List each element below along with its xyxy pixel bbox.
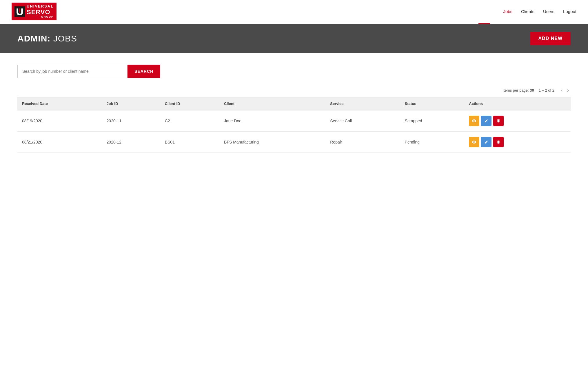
trash-icon [496,140,500,144]
logo-servo: SERVO [27,9,54,16]
pencil-icon [484,119,488,123]
eye-icon [472,140,476,144]
table-row: 08/21/2020 2020-12 BS01 BFS Manufacturin… [17,132,571,153]
action-buttons [469,137,566,147]
cell-client-id: C2 [160,110,219,132]
table-header: Received Date Job ID Client ID Client Se… [17,97,571,110]
nav-active-indicator [478,23,490,24]
cell-actions [464,132,571,153]
pagination-range: 1 – 2 of 2 [539,88,554,92]
cell-client: BFS Manufacturing [219,132,325,153]
page-header: ADMIN: JOBS ADD NEW [0,24,588,53]
col-client-id: Client ID [160,97,219,110]
edit-button[interactable] [481,137,491,147]
search-button[interactable]: SEARCH [128,65,160,78]
cell-service: Service Call [325,110,400,132]
col-received-date: Received Date [17,97,102,110]
action-buttons [469,116,566,126]
page-title: ADMIN: JOBS [17,34,77,43]
nav-item-logout[interactable]: Logout [563,9,576,14]
nav-item-clients[interactable]: Clients [521,9,534,14]
logo-text: UNIVERSAL SERVO GROUP [27,4,54,18]
page-title-prefix: ADMIN: [17,34,50,43]
col-job-id: Job ID [102,97,160,110]
search-row: SEARCH [17,65,571,78]
cell-actions [464,110,571,132]
search-input[interactable] [17,65,128,78]
cell-received-date: 08/19/2020 [17,110,102,132]
view-button[interactable] [469,137,479,147]
nav-link-clients[interactable]: Clients [521,9,534,14]
col-service: Service [325,97,400,110]
cell-client: Jane Doe [219,110,325,132]
cell-status: Scrapped [400,110,465,132]
table-body: 08/19/2020 2020-11 C2 Jane Doe Service C… [17,110,571,153]
col-status: Status [400,97,465,110]
nav-item-users[interactable]: Users [543,9,554,14]
eye-icon [472,119,476,123]
delete-button[interactable] [493,116,504,126]
pagination-nav: ‹ › [559,87,571,94]
pencil-icon [484,140,488,144]
cell-job-id: 2020-11 [102,110,160,132]
nav-link-logout[interactable]: Logout [563,9,576,14]
main-content: SEARCH Items per page: 30 1 – 2 of 2 ‹ ›… [0,53,588,164]
page-title-suffix: JOBS [53,34,77,43]
pagination-row: Items per page: 30 1 – 2 of 2 ‹ › [17,87,571,94]
nav-item-jobs[interactable]: Jobs [503,9,512,14]
nav-links: Jobs Clients Users Logout [503,9,576,14]
pagination-prev[interactable]: ‹ [559,87,564,94]
col-actions: Actions [464,97,571,110]
cell-service: Repair [325,132,400,153]
cell-received-date: 08/21/2020 [17,132,102,153]
logo: UNIVERSAL SERVO GROUP [12,3,57,20]
trash-icon [496,119,500,123]
items-per-page-label: Items per page: 30 [503,88,534,92]
cell-status: Pending [400,132,465,153]
jobs-table: Received Date Job ID Client ID Client Se… [17,97,571,153]
delete-button[interactable] [493,137,504,147]
cell-client-id: BS01 [160,132,219,153]
add-new-button[interactable]: ADD NEW [530,32,571,45]
nav-link-users[interactable]: Users [543,9,554,14]
view-button[interactable] [469,116,479,126]
nav-link-jobs[interactable]: Jobs [503,9,512,14]
logo-box: UNIVERSAL SERVO GROUP [12,3,57,20]
logo-universal: UNIVERSAL [27,4,54,8]
navbar: UNIVERSAL SERVO GROUP Jobs Clients Users… [0,0,588,23]
logo-icon [14,6,25,17]
cell-job-id: 2020-12 [102,132,160,153]
edit-button[interactable] [481,116,491,126]
pagination-next[interactable]: › [565,87,571,94]
table-row: 08/19/2020 2020-11 C2 Jane Doe Service C… [17,110,571,132]
logo-group: GROUP [41,16,54,19]
col-client: Client [219,97,325,110]
table-header-row: Received Date Job ID Client ID Client Se… [17,97,571,110]
